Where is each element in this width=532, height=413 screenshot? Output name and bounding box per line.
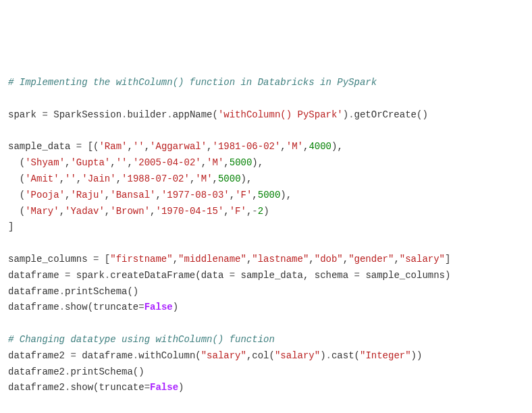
paren-token: ) — [445, 270, 450, 281]
paren-token: , — [230, 190, 235, 200]
paren-token: , — [127, 157, 132, 168]
code-line: dataframe2.printSchema() — [8, 364, 524, 381]
string-token: 'Pooja' — [25, 190, 65, 200]
paren-token: ) — [173, 302, 178, 312]
paren-token: , — [110, 157, 115, 168]
boolconst-token: False — [144, 302, 173, 312]
identifier-token: dataframe — [8, 270, 65, 281]
number-token: 5000 — [230, 157, 252, 168]
identifier-token: truncate — [93, 302, 138, 312]
identifier-token: createDataFrame — [110, 270, 195, 281]
identifier-token: dataframe — [8, 302, 59, 312]
string-token: "lastname" — [252, 254, 309, 265]
number-token: 2 — [258, 206, 263, 217]
paren-token: () — [127, 286, 138, 297]
paren-token: , — [223, 157, 229, 168]
identifier-token: spark — [8, 109, 42, 120]
paren-token: , — [105, 190, 110, 200]
code-line: sample_data = [('Ram','','Aggarwal','198… — [8, 139, 524, 155]
string-token: 'M' — [207, 157, 223, 168]
paren-token: , — [280, 141, 286, 152]
string-token: "Integer" — [360, 350, 411, 361]
identifier-token — [8, 173, 20, 184]
string-token: 'Amit' — [25, 173, 59, 184]
code-line: ('Mary','Yadav','Brown','1970-04-15','F'… — [8, 204, 524, 220]
code-block: # Implementing the withColumn() function… — [8, 75, 524, 413]
paren-token: ) — [263, 206, 269, 217]
code-line: ('Amit','','Jain','1988-07-02','M',5000)… — [8, 171, 524, 188]
paren-token: , — [59, 173, 65, 184]
paren-token: , — [252, 190, 257, 200]
paren-token: , — [343, 254, 348, 265]
identifier-token: schema — [315, 270, 354, 281]
number-token: 4000 — [309, 141, 331, 152]
identifier-token: cast — [331, 350, 354, 361]
code-line: ] — [8, 219, 524, 236]
identifier-token: builder — [127, 109, 167, 120]
paren-token: ] — [8, 221, 14, 232]
code-line — [8, 396, 524, 412]
identifier-token: appName — [173, 109, 213, 120]
string-token: '' — [133, 141, 144, 152]
identifier-token: sample_data — [241, 270, 303, 281]
paren-token: ( — [269, 350, 275, 361]
code-line: dataframe.printSchema() — [8, 284, 524, 300]
paren-token: [( — [88, 141, 99, 152]
paren-token: ) — [343, 109, 348, 120]
identifier-token: dataframe2 — [8, 350, 70, 361]
code-line: # Implementing the withColumn() function… — [8, 75, 524, 91]
operator-token: . — [59, 302, 65, 312]
operator-token: = — [42, 109, 53, 120]
code-line: dataframe2.show(truncate=False) — [8, 380, 524, 396]
paren-token: ( — [20, 206, 25, 217]
string-token: 'withColumn() PySpark' — [218, 109, 343, 120]
identifier-token: show — [70, 382, 93, 393]
paren-token: ( — [354, 350, 360, 361]
string-token: 'Gupta' — [70, 157, 110, 168]
paren-token: , — [116, 173, 122, 184]
identifier-token: withColumn — [138, 350, 195, 361]
code-line — [8, 316, 524, 332]
string-token: 'M' — [286, 141, 303, 152]
code-line: ('Shyam','Gupta','','2005-04-02','M',500… — [8, 155, 524, 171]
string-token: '' — [65, 173, 76, 184]
operator-token: . — [59, 286, 65, 297]
paren-token: ( — [88, 302, 93, 312]
code-line — [8, 236, 524, 252]
code-line: ('Pooja','Raju','Bansal','1977-08-03','F… — [8, 188, 524, 204]
paren-token: ), — [241, 173, 252, 184]
string-token: 'Ram' — [99, 141, 127, 152]
operator-token: . — [105, 270, 110, 281]
identifier-token: dataframe2 — [8, 366, 65, 377]
paren-token: , — [207, 141, 212, 152]
paren-token: ), — [331, 141, 343, 152]
paren-token: ), — [280, 190, 292, 200]
paren-token: , — [223, 206, 229, 217]
paren-token: , — [127, 141, 132, 152]
paren-token: ( — [20, 157, 25, 168]
boolconst-token: False — [150, 382, 178, 393]
code-line: sample_columns = ["firstname","middlenam… — [8, 252, 524, 268]
identifier-token: truncate — [99, 382, 144, 393]
comment-token: # Implementing the withColumn() function… — [8, 77, 377, 88]
code-line — [8, 91, 524, 107]
string-token: 'Bansal' — [110, 190, 155, 200]
paren-token: , — [59, 206, 65, 217]
paren-token: ) — [320, 350, 325, 361]
paren-token: () — [417, 109, 428, 120]
paren-token: [ — [105, 254, 110, 265]
operator-token: = — [144, 382, 150, 393]
code-line: dataframe = spark.createDataFrame(data =… — [8, 268, 524, 284]
paren-token: )) — [411, 350, 423, 361]
identifier-token — [8, 157, 20, 168]
identifier-token: dataframe — [82, 350, 133, 361]
identifier-token: sample_data — [8, 141, 76, 152]
identifier-token: sample_columns — [8, 254, 93, 265]
string-token: '1981-06-02' — [213, 141, 281, 152]
paren-token: ( — [20, 190, 25, 200]
string-token: '1988-07-02' — [122, 173, 190, 184]
operator-token: . — [133, 350, 138, 361]
string-token: '2005-04-02' — [133, 157, 201, 168]
identifier-token: dataframe — [8, 286, 59, 297]
string-token: 'Yadav' — [65, 206, 105, 217]
